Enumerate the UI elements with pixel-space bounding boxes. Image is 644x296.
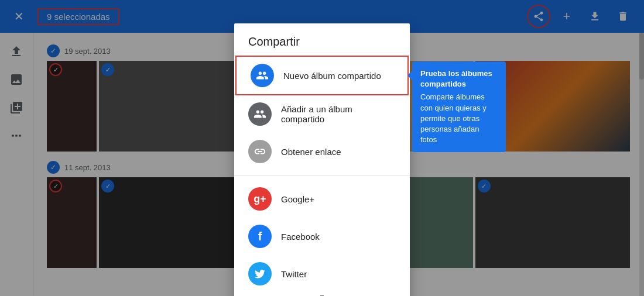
add-album-label: Añadir a un álbum compartido (281, 104, 396, 124)
twitter-label: Twitter (281, 269, 307, 279)
modal-item-shared-album[interactable]: Nuevo álbum compartido Prueba los álbume… (235, 56, 409, 95)
modal-title: Compartir (234, 23, 410, 56)
gplus-label: Google+ (281, 194, 314, 204)
twitter-icon (248, 262, 272, 285)
modal-overlay[interactable]: Compartir Nuevo álbum compartido Prueba … (0, 0, 644, 296)
modal-divider (234, 175, 410, 175)
facebook-label: Facebook (281, 232, 320, 242)
tooltip-arrow (407, 71, 412, 80)
tooltip-title: Prueba los álbumes compartidos (420, 68, 498, 90)
tooltip-body: Comparte álbumes con quien quieras y per… (420, 92, 498, 145)
facebook-icon: f (248, 225, 272, 248)
link-label: Obtener enlace (281, 147, 341, 157)
modal-item-link[interactable]: Obtener enlace (234, 133, 410, 170)
link-icon (248, 140, 272, 163)
modal-item-add-album[interactable]: Añadir a un álbum compartido (234, 95, 410, 133)
modal-item-gplus[interactable]: g+ Google+ (234, 180, 410, 218)
gplus-icon: g+ (248, 187, 272, 211)
shared-album-label: Nuevo álbum compartido (283, 71, 381, 81)
shared-album-icon (251, 64, 274, 87)
tooltip-bubble: Prueba los álbumes compartidos Comparte … (412, 61, 506, 152)
modal-item-facebook[interactable]: f Facebook (234, 218, 410, 255)
add-album-icon (248, 102, 272, 126)
modal-item-twitter[interactable]: Twitter (234, 255, 410, 292)
modal-scroll-indicator (234, 292, 410, 296)
share-modal: Compartir Nuevo álbum compartido Prueba … (234, 23, 410, 296)
